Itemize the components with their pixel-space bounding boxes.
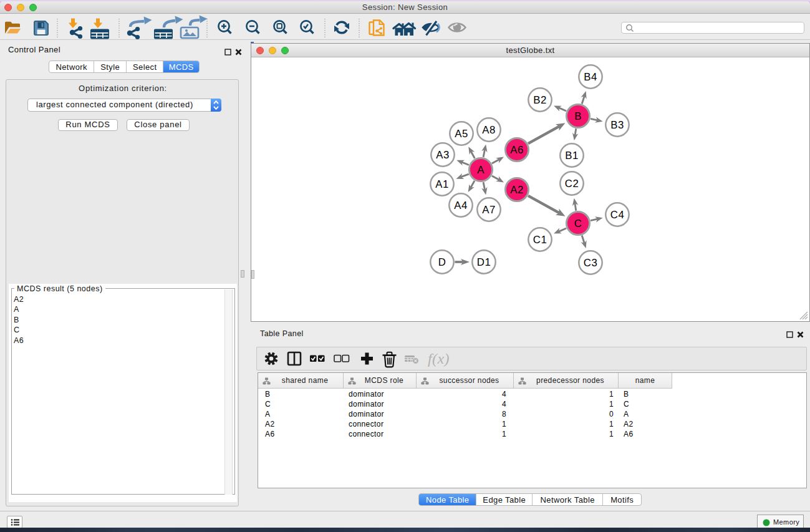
svg-text:A3: A3 (436, 149, 450, 161)
svg-text:D1: D1 (477, 256, 491, 268)
svg-text:B4: B4 (584, 71, 597, 83)
svg-text:A2: A2 (510, 184, 524, 196)
svg-text:B2: B2 (533, 94, 547, 106)
svg-text:C3: C3 (584, 257, 597, 269)
svg-text:A5: A5 (455, 128, 468, 140)
svg-text:C2: C2 (565, 178, 579, 190)
svg-text:A7: A7 (482, 204, 496, 216)
svg-text:f(x): f(x) (428, 351, 450, 367)
svg-text:A: A (477, 164, 485, 176)
svg-text:A4: A4 (454, 200, 468, 211)
svg-text:D: D (438, 256, 446, 268)
svg-text:A8: A8 (482, 124, 496, 136)
svg-text:B3: B3 (610, 119, 624, 131)
svg-text:C4: C4 (610, 209, 624, 221)
svg-text:A1: A1 (435, 178, 449, 190)
svg-text:C: C (574, 218, 582, 230)
svg-text:B: B (574, 110, 582, 122)
svg-text:C1: C1 (533, 234, 547, 246)
svg-text:B1: B1 (565, 150, 579, 162)
svg-text:A6: A6 (510, 144, 524, 156)
